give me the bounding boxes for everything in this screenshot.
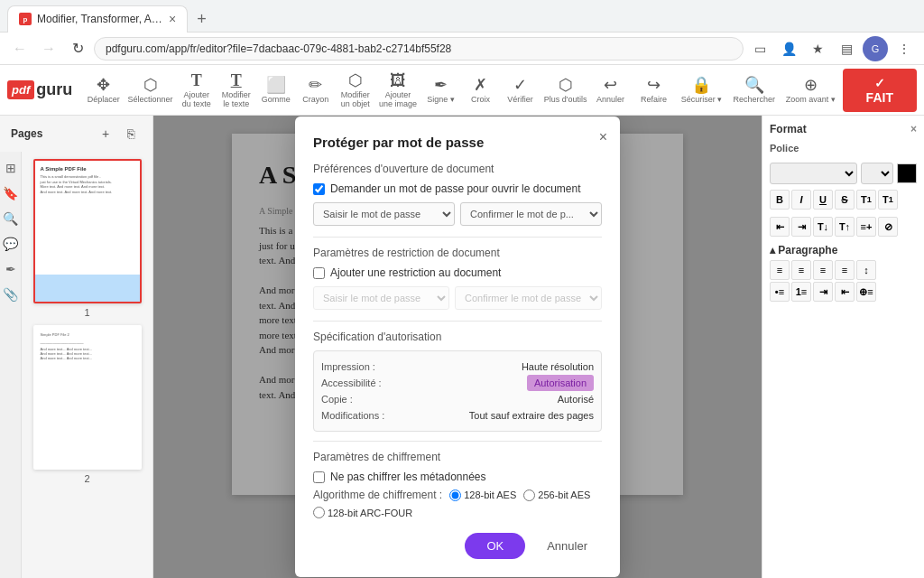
- bold-btn[interactable]: B: [770, 190, 790, 210]
- tab-search-icon[interactable]: ▤: [834, 36, 859, 61]
- secure-btn[interactable]: 🔒 Sécuriser ▾: [678, 73, 726, 107]
- redo-btn[interactable]: ↪ Refaire: [634, 73, 674, 107]
- italic-btn[interactable]: I: [791, 190, 811, 210]
- page-thumb-2[interactable]: Simple PDF File 2 ───────────────── And …: [29, 325, 145, 484]
- clear-fmt-btn[interactable]: ⊘: [878, 217, 898, 237]
- tool-ajouter-image[interactable]: 🖼 Ajouterune image: [375, 69, 421, 112]
- confirm-restrict-input[interactable]: Confirmer le mot de passe: [455, 286, 602, 310]
- logo-guru: guru: [36, 80, 72, 99]
- cancel-button[interactable]: Annuler: [532, 533, 602, 559]
- search-btn[interactable]: 🔍 Rechercher: [729, 73, 779, 107]
- restriction-row-access: Accessibilité : Autorisé Autorisation: [321, 375, 594, 391]
- algo-256aes-label: 256-bit AES: [538, 489, 590, 500]
- pdf-content-area: A Sim A Simple PDF File This is a small …: [153, 116, 762, 578]
- fait-button[interactable]: ✓ FAIT: [843, 69, 917, 112]
- restrict-checkbox[interactable]: [313, 267, 325, 279]
- restriction-row-impression: Impression : Haute résolution: [321, 359, 594, 375]
- superscript2-btn[interactable]: T↑: [835, 217, 855, 237]
- sidebar-nav-pages[interactable]: ⊞: [2, 159, 20, 177]
- tool-croix[interactable]: ✗ Croix: [460, 73, 500, 107]
- algo-arcfour-label: 128-bit ARC-FOUR: [328, 508, 412, 518]
- underline-btn[interactable]: U: [813, 190, 833, 210]
- tool-modifier-texte-label: Modifierle texte: [222, 90, 251, 108]
- back-btn[interactable]: ←: [7, 36, 32, 61]
- tool-gomme[interactable]: ⬜ Gomme: [256, 73, 296, 107]
- para-more-btn[interactable]: ⊕≡: [856, 282, 876, 302]
- algo-arcfour-option[interactable]: 128-bit ARC-FOUR: [313, 507, 412, 518]
- line-height-btn[interactable]: ↕: [856, 260, 876, 280]
- password-restrict-input[interactable]: Saisir le mot de passe: [313, 286, 449, 310]
- tool-selectionner[interactable]: ⬡ Sélectionner: [124, 73, 176, 107]
- subscript2-btn[interactable]: T↓: [813, 217, 833, 237]
- tool-deplacer[interactable]: ✥ Déplacer: [83, 73, 124, 107]
- address-bar[interactable]: [94, 37, 744, 61]
- more-fmt-btn[interactable]: ≡+: [856, 217, 876, 237]
- ok-button[interactable]: OK: [465, 533, 525, 559]
- password-open-input[interactable]: Saisir le mot de passe: [313, 202, 455, 226]
- para-outdent-btn[interactable]: ⇤: [835, 282, 855, 302]
- font-size-select[interactable]: [861, 163, 893, 184]
- font-color-picker[interactable]: [897, 163, 917, 183]
- cross-icon: ✗: [474, 77, 487, 93]
- sidebar-nav-attach[interactable]: 📎: [2, 285, 20, 303]
- open-password-checkbox[interactable]: [313, 183, 325, 195]
- list-bullet-btn[interactable]: •≡: [770, 282, 790, 302]
- modal-close-btn[interactable]: ×: [599, 129, 607, 145]
- profile-icon[interactable]: G: [863, 36, 888, 61]
- tab-close-btn[interactable]: ×: [169, 12, 176, 26]
- para-indent-btn[interactable]: ⇥: [813, 282, 833, 302]
- strikethrough-btn[interactable]: S: [835, 190, 855, 210]
- restriction-box: Impression : Haute résolution Accessibil…: [313, 350, 602, 432]
- align-center-btn[interactable]: ≡: [791, 260, 811, 280]
- tool-crayon[interactable]: ✏ Crayon: [296, 73, 336, 107]
- algo-label: Algorithme de chiffrement :: [313, 489, 442, 501]
- tool-plus-outils[interactable]: ⬡ Plus d'outils: [540, 73, 590, 107]
- open-prefs-label: Préférences d'ouverture de document: [313, 163, 602, 175]
- confirm-open-input[interactable]: Confirmer le mot de p...: [460, 202, 602, 226]
- list-num-btn[interactable]: 1≡: [791, 282, 811, 302]
- page-2-label: 2: [84, 473, 89, 484]
- algo-128aes-option[interactable]: 128-bit AES: [449, 489, 516, 501]
- tool-modifier-objet[interactable]: ⬡ Modifierun objet: [336, 69, 375, 112]
- indent-right-btn[interactable]: ⇥: [791, 217, 811, 237]
- sidebar-add-btn[interactable]: +: [95, 123, 116, 144]
- superscript-btn[interactable]: T1: [856, 190, 876, 210]
- menu-icon[interactable]: ⋮: [892, 36, 917, 61]
- zoom-btn[interactable]: ⊕ Zoom avant ▾: [782, 73, 839, 107]
- page-thumb-1[interactable]: A Simple PDF File This is a small demons…: [29, 159, 145, 318]
- star-icon[interactable]: ★: [805, 36, 830, 61]
- algo-256aes-option[interactable]: 256-bit AES: [523, 489, 590, 501]
- tool-ajouter-texte[interactable]: T Ajouterdu texte: [177, 69, 217, 112]
- restrict-label: Ajouter une restriction au document: [330, 266, 501, 279]
- para-section-label: ▴ Paragraphe: [770, 244, 917, 256]
- undo-btn[interactable]: ↩ Annuler: [591, 73, 631, 107]
- tool-crayon-label: Crayon: [302, 95, 328, 104]
- search-icon: 🔍: [744, 77, 764, 93]
- panel-close-btn[interactable]: ×: [910, 123, 917, 135]
- subscript-btn[interactable]: T1: [878, 190, 898, 210]
- tool-modifier-texte[interactable]: T Modifierle texte: [217, 69, 256, 112]
- secure-label: Sécuriser ▾: [681, 95, 723, 104]
- indent-left-btn[interactable]: ⇤: [770, 217, 790, 237]
- cast-icon[interactable]: ▭: [747, 36, 772, 61]
- align-right-btn[interactable]: ≡: [813, 260, 833, 280]
- sidebar-nav-sign[interactable]: ✒: [2, 260, 20, 278]
- no-encrypt-checkbox[interactable]: [313, 471, 325, 483]
- edit-text-icon: T: [231, 72, 242, 89]
- add-text-icon: T: [191, 72, 202, 89]
- account-icon[interactable]: 👤: [776, 36, 801, 61]
- tool-signe[interactable]: ✒ Signe ▾: [420, 73, 460, 107]
- sidebar-nav-bookmark[interactable]: 🔖: [2, 184, 20, 202]
- redo-label: Refaire: [641, 95, 667, 104]
- sidebar-nav-search[interactable]: 🔍: [2, 210, 20, 228]
- tool-verifier[interactable]: ✓ Vérifier: [500, 73, 540, 107]
- autorisation-btn[interactable]: Autorisation: [527, 375, 594, 391]
- sidebar-nav-comment[interactable]: 💬: [2, 235, 20, 253]
- align-justify-btn[interactable]: ≡: [835, 260, 855, 280]
- sidebar-copy-btn[interactable]: ⎘: [120, 123, 142, 144]
- forward-btn[interactable]: →: [36, 36, 61, 61]
- reload-btn[interactable]: ↻: [65, 36, 90, 61]
- new-tab-btn[interactable]: +: [189, 6, 214, 33]
- font-family-select[interactable]: [770, 163, 857, 184]
- align-left-btn[interactable]: ≡: [770, 260, 790, 280]
